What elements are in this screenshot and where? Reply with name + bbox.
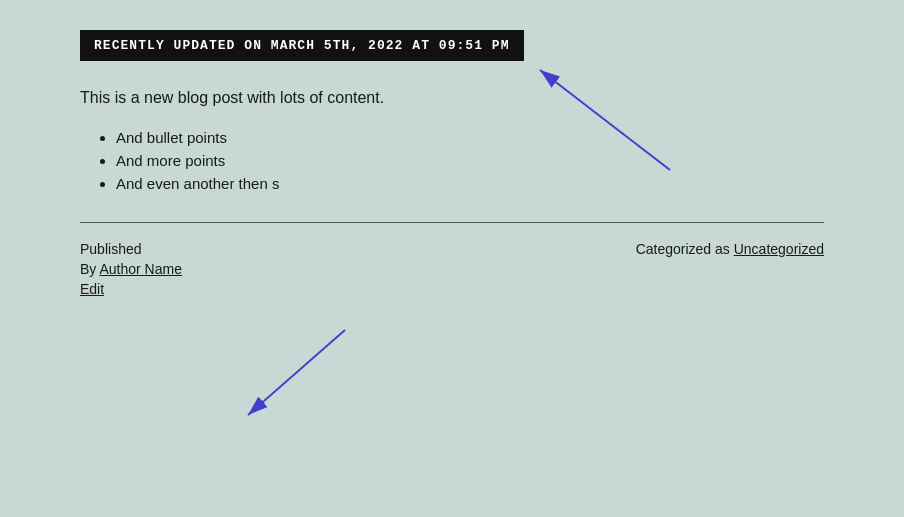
svg-line-3 bbox=[248, 330, 345, 415]
author-line: By Author Name bbox=[80, 261, 182, 277]
list-item: And even another then s bbox=[116, 175, 824, 192]
meta-right: Categorized as Uncategorized bbox=[636, 241, 824, 257]
post-meta: Published By Author Name Edit Categorize… bbox=[80, 241, 824, 297]
blog-intro-text: This is a new blog post with lots of con… bbox=[80, 89, 824, 107]
by-label: By bbox=[80, 261, 99, 277]
categorized-label: Categorized as bbox=[636, 241, 730, 257]
category-link[interactable]: Uncategorized bbox=[734, 241, 824, 257]
meta-left: Published By Author Name Edit bbox=[80, 241, 182, 297]
bullet-list: And bullet points And more points And ev… bbox=[80, 129, 824, 192]
recently-updated-bar: RECENTLY UPDATED ON MARCH 5TH, 2022 AT 0… bbox=[80, 30, 524, 61]
list-item: And bullet points bbox=[116, 129, 824, 146]
published-label: Published bbox=[80, 241, 182, 257]
author-link[interactable]: Author Name bbox=[99, 261, 181, 277]
list-item: And more points bbox=[116, 152, 824, 169]
page-wrapper: RECENTLY UPDATED ON MARCH 5TH, 2022 AT 0… bbox=[0, 0, 904, 517]
content-divider bbox=[80, 222, 824, 223]
edit-link[interactable]: Edit bbox=[80, 281, 182, 297]
